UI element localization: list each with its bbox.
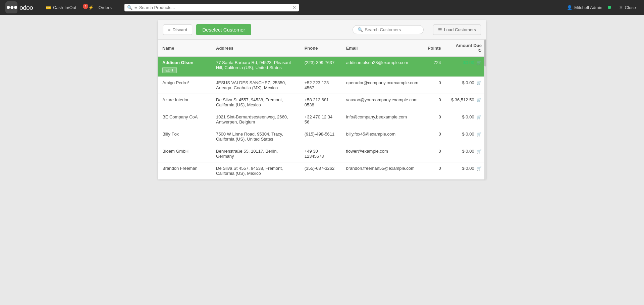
table-header: Name Address Phone Email Points Amount D… <box>158 40 486 57</box>
cart-icon[interactable]: 🛒 <box>476 166 482 171</box>
cell-phone: +52 223 123 4567 <box>300 77 341 94</box>
table-row[interactable]: Bloem GmbHBehrenstraße 55, 10117, Berlin… <box>158 145 486 162</box>
cell-amount-due: $ 0.00 🛒 <box>446 128 486 145</box>
cart-icon[interactable]: 🛒 <box>476 98 482 102</box>
cell-name: Billy Fox <box>158 128 211 145</box>
load-customers-button[interactable]: ☰ Load Customers <box>433 24 481 35</box>
svg-point-1 <box>7 6 10 9</box>
customer-name: Addison Olson <box>162 60 207 65</box>
cell-points: 0 <box>423 162 446 180</box>
cart-icon[interactable]: 🛒 <box>476 60 482 65</box>
cell-phone: (223)-399-7637 <box>300 57 341 77</box>
customer-name: Azure Interior <box>162 97 207 102</box>
col-email: Email <box>341 40 423 57</box>
topnav: odoo 💳 Cash In/Out ⚡ 1 Orders 🔍 ≡ ✕ 👤 Mi… <box>0 0 644 15</box>
table-row[interactable]: Azure InteriorDe Silva St 4557, 94538, F… <box>158 94 486 111</box>
search-products-input[interactable] <box>139 5 290 10</box>
cell-amount-due: $ 0.00 🛒 <box>446 111 486 128</box>
amount-value: $ 0.00 <box>462 80 474 85</box>
nav-right: 👤 Mitchell Admin ✕ Close <box>567 4 639 11</box>
cell-phone: +32 470 12 34 56 <box>300 111 341 128</box>
cell-email: brandon.freeman55@example.com <box>341 162 423 180</box>
table-row[interactable]: Amigo Pedro²JESUS VALDES SANCHEZ, 25350,… <box>158 77 486 94</box>
close-nav[interactable]: ✕ Close <box>616 4 639 11</box>
table-row[interactable]: Brandon FreemanDe Silva St 4557, 94538, … <box>158 162 486 180</box>
edit-customer-button[interactable]: EDIT <box>162 67 177 73</box>
clear-search-icon[interactable]: ✕ <box>292 5 296 10</box>
customer-list-scroll[interactable]: Name Address Phone Email Points Amount D… <box>158 40 486 180</box>
discard-button[interactable]: « Discard <box>163 24 192 35</box>
load-icon: ☰ <box>438 27 442 32</box>
cart-icon[interactable]: 🛒 <box>476 115 482 119</box>
cell-name: Addison OlsonEDIT <box>158 57 211 77</box>
customer-toolbar: « Discard Deselect Customer 🔍 ☰ Load Cus… <box>158 20 486 40</box>
svg-point-2 <box>10 6 13 9</box>
logo-text: odoo <box>19 3 33 12</box>
amount-value[interactable]: $0.00 <box>463 60 474 65</box>
col-phone: Phone <box>300 40 341 57</box>
amount-value: $ 0.00 <box>462 132 474 137</box>
orders-nav[interactable]: ⚡ 1 Orders <box>86 4 114 11</box>
customer-list-body: Addison OlsonEDIT77 Santa Barbara Rd, 94… <box>158 57 486 180</box>
customer-table: Name Address Phone Email Points Amount D… <box>158 40 486 180</box>
cell-address: 77 Santa Barbara Rd, 94523, Pleasant Hil… <box>211 57 300 77</box>
customer-name: Brandon Freeman <box>162 166 207 171</box>
cell-amount-due: $ 0.00 🛒 <box>446 145 486 162</box>
cell-amount-due: $ 36,512.50 🛒 <box>446 94 486 111</box>
amount-value: $ 0.00 <box>462 149 474 154</box>
cell-name: Brandon Freeman <box>158 162 211 180</box>
cell-phone: +58 212 681 0538 <box>300 94 341 111</box>
main-content: « Discard Deselect Customer 🔍 ☰ Load Cus… <box>0 15 644 305</box>
cash-inout-nav[interactable]: 💳 Cash In/Out <box>43 4 79 11</box>
cell-email: billy.fox45@example.com <box>341 128 423 145</box>
cart-icon[interactable]: 🛒 <box>476 81 482 85</box>
amount-value: $ 0.00 <box>462 166 474 171</box>
scrollbar-track[interactable] <box>484 40 486 180</box>
cell-email: info@company.beexample.com <box>341 111 423 128</box>
customer-panel: « Discard Deselect Customer 🔍 ☰ Load Cus… <box>158 20 486 180</box>
cell-name: Bloem GmbH <box>158 145 211 162</box>
col-address: Address <box>211 40 300 57</box>
online-status-dot <box>608 6 611 9</box>
cell-amount-due: $ 0.00 🛒 <box>446 162 486 180</box>
cell-phone: (915)-498-5611 <box>300 128 341 145</box>
user-menu[interactable]: 👤 Mitchell Admin <box>567 5 602 10</box>
cell-points: 0 <box>423 145 446 162</box>
amount-value: $ 36,512.50 <box>451 97 474 102</box>
orders-icon: ⚡ <box>88 5 94 10</box>
user-icon: 👤 <box>567 5 572 10</box>
table-row[interactable]: Addison OlsonEDIT77 Santa Barbara Rd, 94… <box>158 57 486 77</box>
customer-name: BE Company CoA <box>162 114 207 119</box>
search-customers-bar[interactable]: 🔍 <box>353 25 424 34</box>
table-row[interactable]: BE Company CoA1021 Sint-Bernardsesteenwe… <box>158 111 486 128</box>
discard-arrow-icon: « <box>168 27 170 32</box>
cell-phone: (355)-687-3262 <box>300 162 341 180</box>
cell-address: De Silva St 4557, 94538, Fremont, Califo… <box>211 162 300 180</box>
cell-points: 0 <box>423 77 446 94</box>
close-icon: ✕ <box>619 5 623 10</box>
cell-email: flower@example.com <box>341 145 423 162</box>
cell-points: 0 <box>423 94 446 111</box>
cell-phone: +49 30 12345678 <box>300 145 341 162</box>
cell-email: operador@company.mxexample.com <box>341 77 423 94</box>
list-icon: ≡ <box>135 5 137 10</box>
cell-points: 0 <box>423 111 446 128</box>
refresh-icon[interactable]: ↻ <box>478 48 482 53</box>
cash-icon: 💳 <box>46 5 51 10</box>
deselect-customer-button[interactable]: Deselect Customer <box>196 24 251 35</box>
odoo-logo[interactable]: odoo <box>5 1 33 13</box>
col-amount-due: Amount Due ↻ <box>446 40 486 57</box>
cell-address: De Silva St 4557, 94538, Fremont, Califo… <box>211 94 300 111</box>
scrollbar-thumb[interactable] <box>484 40 486 66</box>
search-icon: 🔍 <box>127 5 132 10</box>
cell-email: addison.olson28@example.com <box>341 57 423 77</box>
customer-name: Billy Fox <box>162 132 207 137</box>
cell-amount-due: $0.00 🛒 <box>446 57 486 77</box>
col-name: Name <box>158 40 211 57</box>
search-products-bar[interactable]: 🔍 ≡ ✕ <box>124 4 299 11</box>
table-row[interactable]: Billy Fox7500 W Linne Road, 95304, Tracy… <box>158 128 486 145</box>
cart-icon[interactable]: 🛒 <box>476 149 482 154</box>
customer-name: Amigo Pedro² <box>162 80 207 85</box>
cart-icon[interactable]: 🛒 <box>476 132 482 137</box>
search-customers-input[interactable] <box>365 27 419 32</box>
